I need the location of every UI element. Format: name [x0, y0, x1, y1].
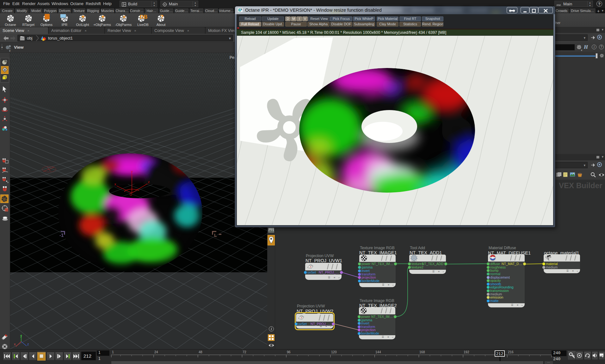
svg-text:96: 96	[287, 350, 291, 354]
svg-text:72: 72	[243, 350, 246, 354]
svg-text:z: z	[27, 342, 29, 346]
svg-text:x: x	[14, 342, 16, 346]
svg-text:O: O	[130, 193, 132, 196]
svg-text:y: y	[131, 170, 133, 173]
svg-text:216: 216	[508, 350, 514, 354]
svg-text:x: x	[114, 182, 116, 186]
svg-text:48: 48	[199, 350, 202, 354]
svg-text:120: 120	[331, 350, 337, 354]
svg-text:-1: -1	[59, 232, 64, 238]
svg-text:192: 192	[464, 350, 469, 354]
svg-text:144: 144	[375, 350, 381, 354]
svg-text:1: 1	[112, 350, 114, 354]
svg-text:168: 168	[419, 350, 425, 354]
svg-text:y: y	[20, 334, 22, 338]
svg-text:L: L	[214, 232, 217, 238]
svg-text:24: 24	[154, 350, 158, 354]
svg-text:z: z	[148, 180, 150, 184]
